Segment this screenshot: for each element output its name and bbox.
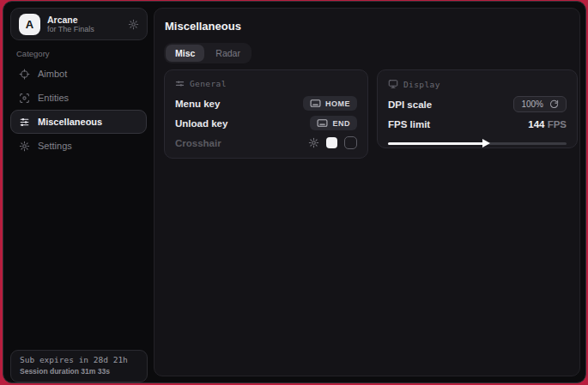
category-label: Category [16,49,50,58]
sidebar-item-entities[interactable]: Entities [10,86,147,110]
sidebar-item-settings[interactable]: Settings [10,134,147,158]
keyboard-icon [317,118,328,128]
crosshair-settings-icon[interactable] [308,137,319,148]
keyboard-icon [310,99,321,108]
crosshair-label: Crosshair [175,138,221,148]
dpi-scale-row: DPI scale 100% [388,94,567,114]
fps-limit-row: FPS limit 144 FPS [388,114,567,134]
fps-limit-slider[interactable] [388,140,567,147]
sidebar: A Arcane for The Finals Category [3,2,154,382]
monitor-icon [388,79,398,89]
sidebar-nav: Aimbot Entities [10,62,147,158]
general-card-header: General [175,79,357,88]
display-card: Display DPI scale 100% FPS limit 144 FPS [377,69,578,148]
brand-logo: A [19,14,40,35]
dpi-scale-label: DPI scale [388,99,432,110]
menu-key-bind-button[interactable]: HOME [303,96,357,111]
general-card: General Menu key HOME Unload key [164,69,368,159]
sidebar-item-label: Aimbot [38,69,67,79]
menu-key-label: Menu key [175,99,220,109]
unload-key-value: END [332,119,350,128]
desktop-backdrop: { "brand": { "logo_letter": "A", "title"… [0,0,588,385]
brand-subtitle: for The Finals [47,25,94,33]
fps-limit-value: 144 FPS [528,119,567,129]
tab-bar: Misc Radar [164,43,252,63]
brand-card: A Arcane for The Finals [10,8,148,40]
crosshair-controls [308,136,357,149]
fps-limit-label: FPS limit [388,119,430,129]
unload-key-row: Unload key END [175,113,357,133]
crosshair-row: Crosshair [175,133,357,153]
menu-key-row: Menu key HOME [175,93,357,113]
sub-expiry-text: Sub expires in 28d 21h [20,355,138,364]
fps-unit: FPS [548,119,567,129]
fps-number: 144 [528,119,544,129]
page-title: Miscellaneous [165,20,241,33]
menu-key-value: HOME [325,99,350,108]
brand-settings-icon[interactable] [128,19,139,30]
app-window: A Arcane for The Finals Category [3,1,586,383]
crosshair-color-swatch[interactable] [326,137,337,148]
sidebar-item-label: Entities [38,93,69,103]
general-card-title: General [190,79,227,88]
sliders-mini-icon [175,79,185,88]
main-panel: Miscellaneous Misc Radar General Menu ke… [154,8,580,376]
sidebar-item-miscellaneous[interactable]: Miscellaneous [10,110,147,134]
display-card-title: Display [403,80,440,89]
sidebar-item-label: Miscellaneous [38,117,102,127]
unload-key-label: Unload key [175,118,227,129]
crosshair-checkbox[interactable] [344,136,357,149]
brand-text: Arcane for The Finals [47,15,94,33]
tab-radar[interactable]: Radar [206,45,250,62]
session-duration-text: Session duration 31m 33s [20,367,138,376]
subscription-status-card: Sub expires in 28d 21h Session duration … [10,350,148,382]
sliders-icon [19,117,30,128]
unload-key-bind-button[interactable]: END [310,116,357,130]
gear-icon [19,141,30,152]
sidebar-item-label: Settings [38,141,72,151]
slider-thumb-arrow-icon[interactable] [482,139,490,147]
refresh-icon[interactable] [549,99,559,109]
display-card-header: Display [388,79,567,89]
scan-icon [19,93,30,104]
dpi-scale-control[interactable]: 100% [513,96,567,112]
sidebar-item-aimbot[interactable]: Aimbot [10,62,147,86]
slider-fill [388,142,484,145]
tab-misc[interactable]: Misc [166,45,204,62]
crosshair-icon [19,69,30,80]
brand-title: Arcane [47,15,94,25]
dpi-scale-value: 100% [521,99,543,109]
